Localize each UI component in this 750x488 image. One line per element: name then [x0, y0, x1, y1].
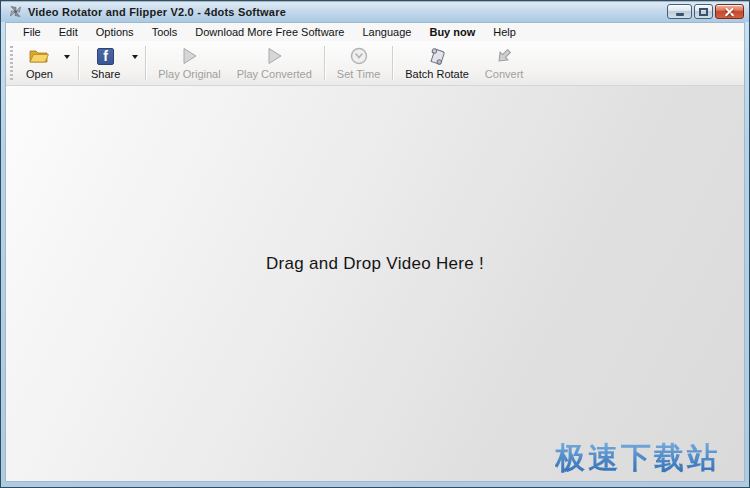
share-dropdown-button[interactable] — [128, 43, 141, 83]
folder-open-icon — [27, 46, 51, 66]
menu-options[interactable]: Options — [87, 26, 143, 38]
scroll-icon — [427, 46, 447, 66]
window-title: Video Rotator and Flipper V2.0 - 4dots S… — [28, 6, 286, 18]
menu-edit[interactable]: Edit — [50, 26, 87, 38]
play-original-button: Play Original — [150, 43, 228, 83]
play-converted-label: Play Converted — [237, 68, 312, 80]
open-button-label: Open — [26, 68, 53, 80]
batch-rotate-label: Batch Rotate — [405, 68, 469, 80]
close-icon — [725, 7, 734, 16]
share-button-group: f Share — [83, 43, 141, 83]
batch-rotate-button[interactable]: Batch Rotate — [397, 43, 477, 83]
minimize-button[interactable] — [667, 4, 692, 19]
share-button-label: Share — [91, 68, 120, 80]
chevron-down-icon — [132, 55, 138, 59]
play-converted-button: Play Converted — [229, 43, 320, 83]
set-time-label: Set Time — [337, 68, 380, 80]
app-window: Video Rotator and Flipper V2.0 - 4dots S… — [0, 0, 750, 488]
open-button[interactable]: Open — [18, 43, 61, 83]
menu-language[interactable]: Language — [354, 26, 421, 38]
close-button[interactable] — [715, 4, 744, 19]
toolbar-separator — [392, 46, 393, 80]
play-icon — [264, 46, 284, 66]
convert-button: Convert — [477, 43, 532, 83]
window-controls — [667, 4, 744, 19]
drop-hint-text: Drag and Drop Video Here ! — [6, 254, 744, 274]
video-drop-area[interactable]: Drag and Drop Video Here ! 极速下载站 — [6, 86, 744, 481]
minimize-icon — [676, 13, 684, 16]
play-icon — [179, 46, 199, 66]
menu-bar: File Edit Options Tools Download More Fr… — [6, 23, 744, 41]
title-bar[interactable]: Video Rotator and Flipper V2.0 - 4dots S… — [1, 1, 749, 22]
set-time-button: Set Time — [329, 43, 388, 83]
app-icon[interactable] — [8, 4, 23, 19]
convert-arrow-icon — [494, 46, 514, 66]
window-content: File Edit Options Tools Download More Fr… — [5, 22, 745, 482]
facebook-letter: f — [97, 48, 114, 65]
facebook-icon: f — [97, 46, 114, 66]
menu-help[interactable]: Help — [484, 26, 525, 38]
toolbar: Open f Share — [6, 41, 744, 86]
maximize-button[interactable] — [694, 4, 713, 19]
open-button-group: Open — [18, 43, 74, 83]
convert-label: Convert — [485, 68, 524, 80]
toolbar-separator — [145, 46, 146, 80]
menu-download-more-free-software[interactable]: Download More Free Software — [186, 26, 353, 38]
menu-file[interactable]: File — [14, 26, 50, 38]
menu-buy-now[interactable]: Buy now — [420, 26, 484, 38]
watermark-text: 极速下载站 — [555, 438, 720, 479]
toolbar-separator — [324, 46, 325, 80]
clock-icon — [349, 46, 369, 66]
open-dropdown-button[interactable] — [61, 43, 74, 83]
maximize-icon — [699, 8, 708, 16]
toolbar-grip-handle[interactable] — [10, 46, 13, 80]
toolbar-separator — [78, 46, 79, 80]
chevron-down-icon — [64, 55, 70, 59]
play-original-label: Play Original — [158, 68, 220, 80]
menu-tools[interactable]: Tools — [143, 26, 187, 38]
share-button[interactable]: f Share — [83, 43, 128, 83]
